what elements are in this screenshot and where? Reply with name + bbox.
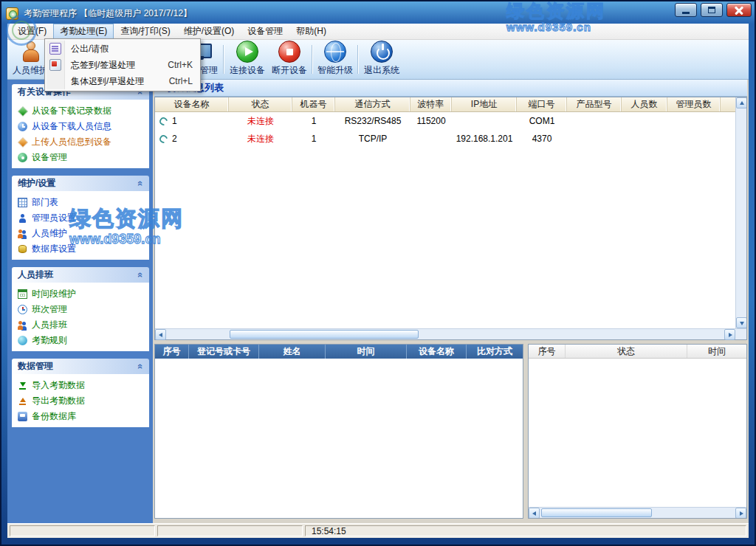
scroll-left-icon[interactable]	[155, 329, 166, 340]
toolbar-disconnect-button[interactable]: 断开设备	[268, 41, 311, 78]
sidebar-item-backup-database[interactable]: 备份数据库	[16, 409, 147, 424]
database-icon	[18, 245, 27, 253]
column-header-machine-no[interactable]: 机器号	[292, 97, 335, 111]
title-bar[interactable]: 考勤管理程序 【临时超级用户 2017/7/12】	[6, 4, 750, 22]
upgrade-globe-icon	[324, 41, 346, 63]
device-vertical-scrollbar[interactable]	[735, 97, 746, 328]
column-header-personnel-count[interactable]: 人员数	[622, 97, 667, 111]
scroll-left-icon[interactable]	[529, 508, 540, 519]
device-baud-cell: 115200	[410, 116, 452, 126]
column-header-product-model[interactable]: 产品型号	[567, 97, 622, 111]
sidebar-item-label: 设备管理	[32, 151, 67, 164]
sidebar-item-department-table[interactable]: 部门表	[16, 195, 147, 210]
column-header-verify-mode[interactable]: 比对方式	[467, 345, 523, 359]
scroll-right-icon[interactable]	[735, 508, 746, 519]
sidebar-item-upload-personnel[interactable]: 上传人员信息到设备	[16, 134, 147, 150]
toolbar-connect-button[interactable]: 连接设备	[226, 41, 269, 78]
sidebar-item-attendance-rules[interactable]: 考勤规则	[16, 333, 147, 348]
device-status-cell: 未连接	[229, 115, 292, 128]
column-header-time[interactable]: 时间	[687, 345, 746, 358]
dropdown-item-leave-request[interactable]: 公出/请假	[45, 41, 200, 57]
column-header-admin-count[interactable]: 管理员数	[667, 97, 721, 111]
menu-settings[interactable]: 设置(F)	[11, 24, 53, 39]
column-header-status[interactable]: 状态	[566, 345, 687, 358]
toolbar-button-label: 断开设备	[272, 64, 307, 77]
sidebar-item-label: 班次管理	[32, 303, 67, 316]
menu-query-print[interactable]: 查询/打印(S)	[114, 24, 176, 39]
sidebar-item-label: 部门表	[32, 196, 58, 209]
close-button[interactable]	[726, 3, 752, 17]
column-header-device-name[interactable]: 设备名称	[155, 97, 229, 111]
maximize-button[interactable]	[701, 3, 723, 17]
sidebar-item-import-data[interactable]: 导入考勤数据	[16, 378, 147, 393]
dropdown-item-group-late-early[interactable]: 集体迟到/早退处理 Ctrl+L	[45, 73, 200, 89]
group-header-data-management[interactable]: 数据管理	[12, 359, 149, 374]
sidebar-item-time-period[interactable]: 时间段维护	[16, 286, 147, 302]
column-header-status[interactable]: 状态	[229, 97, 292, 111]
backup-icon	[18, 412, 27, 421]
toolbar-exit-button[interactable]: 退出系统	[360, 41, 403, 78]
column-header-ip-address[interactable]: IP地址	[452, 97, 517, 111]
menu-attendance-processing[interactable]: 考勤处理(E)	[53, 24, 114, 39]
device-status-cell: 未连接	[229, 133, 292, 145]
window-title: 考勤管理程序 【临时超级用户 2017/7/12】	[24, 7, 192, 20]
column-header-seq[interactable]: 序号	[155, 345, 189, 359]
column-header-name[interactable]: 姓名	[259, 345, 326, 359]
sidebar-item-shift-management[interactable]: 班次管理	[16, 302, 147, 317]
sidebar-group-data-management: 数据管理 导入考勤数据 导出考勤数据	[12, 359, 149, 427]
device-table-row[interactable]: 2 未连接 1 TCP/IP 192.168.1.201 4370	[155, 130, 735, 148]
column-header-comm-mode[interactable]: 通信方式	[335, 97, 410, 111]
scroll-down-icon[interactable]	[736, 317, 746, 328]
toolbar-upgrade-button[interactable]: 智能升级	[314, 41, 357, 78]
scrollbar-track[interactable]	[166, 329, 724, 339]
export-icon	[18, 396, 27, 406]
sidebar-item-database-settings[interactable]: 数据库设置	[16, 241, 147, 257]
sidebar-item-personnel-maintenance[interactable]: 人员维护	[16, 226, 147, 241]
group-body: 时间段维护 班次管理 人员排班 考勤规则	[12, 283, 149, 351]
sidebar-item-download-records[interactable]: 从设备下载记录数据	[16, 103, 147, 119]
group-body: 从设备下载记录数据 从设备下载人员信息 上传人员信息到设备 设备管理	[12, 100, 149, 168]
menu-device-management[interactable]: 设备管理	[241, 24, 289, 39]
device-horizontal-scrollbar[interactable]	[155, 328, 746, 339]
column-header-time[interactable]: 时间	[326, 345, 407, 359]
column-header-baud-rate[interactable]: 波特率	[410, 97, 452, 111]
column-header-port[interactable]: 端口号	[517, 97, 567, 111]
sidebar-item-download-personnel[interactable]: 从设备下载人员信息	[16, 119, 147, 134]
download-records-icon	[18, 106, 27, 116]
device-table-row[interactable]: 1 未连接 1 RS232/RS485 115200 COM1	[155, 112, 735, 130]
device-link-icon	[158, 133, 169, 144]
group-header-scheduling[interactable]: 人员排班	[12, 267, 149, 283]
sidebar-item-personnel-schedule[interactable]: 人员排班	[16, 317, 147, 333]
download-personnel-icon	[18, 122, 27, 131]
menu-maintenance-settings[interactable]: 维护/设置(O)	[177, 24, 241, 39]
realtime-table-body	[155, 359, 523, 518]
status-table-body	[529, 359, 746, 507]
status-horizontal-scrollbar[interactable]	[529, 507, 746, 518]
scroll-right-icon[interactable]	[724, 329, 735, 340]
sidebar-item-device-manage[interactable]: 设备管理	[16, 150, 147, 165]
column-header-device-name[interactable]: 设备名称	[407, 345, 467, 359]
person-icon	[19, 41, 41, 63]
dropdown-item-forgot-sign[interactable]: 忘签到/签退处理 Ctrl+K	[45, 57, 200, 73]
scrollbar-thumb[interactable]	[230, 330, 419, 339]
sidebar-item-label: 上传人员信息到设备	[32, 136, 111, 148]
minimize-button[interactable]	[675, 3, 697, 17]
column-header-seq[interactable]: 序号	[529, 345, 566, 358]
collapse-chevron-icon	[136, 364, 145, 369]
menu-help[interactable]: 帮助(H)	[289, 24, 333, 39]
device-name-cell: 2	[172, 134, 177, 144]
sidebar-item-admin-settings[interactable]: 管理员设置	[16, 210, 147, 226]
device-table-header: 设备名称 状态 机器号 通信方式 波特率 IP地址 端口号 产品型号 人员数 管…	[155, 97, 735, 112]
sidebar-item-export-data[interactable]: 导出考勤数据	[16, 393, 147, 409]
scroll-up-icon[interactable]	[736, 97, 746, 108]
device-manage-icon	[18, 153, 27, 162]
scrollbar-thumb[interactable]	[541, 508, 652, 517]
maximize-icon	[708, 7, 715, 13]
toolbar-button-label: 连接设备	[230, 64, 265, 77]
sidebar-item-label: 考勤规则	[32, 334, 67, 347]
group-header-maintenance[interactable]: 维护/设置	[12, 176, 149, 191]
disconnect-stop-icon	[278, 41, 300, 63]
sidebar-group-scheduling: 人员排班 时间段维护 班次管理	[12, 267, 149, 351]
column-header-badge-no[interactable]: 登记号或卡号	[189, 345, 259, 359]
scrollbar-track[interactable]	[540, 508, 735, 518]
